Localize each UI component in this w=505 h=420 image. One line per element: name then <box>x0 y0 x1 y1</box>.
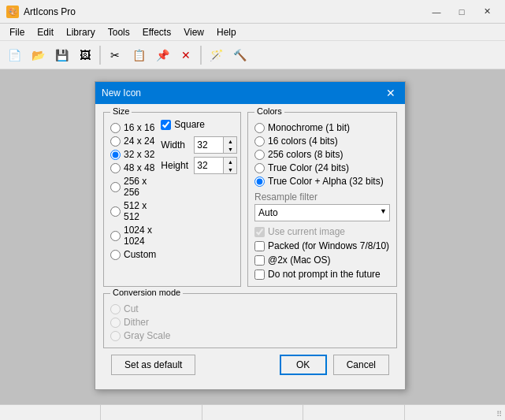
dialog-title: New Icon <box>102 87 383 98</box>
menu-edit[interactable]: Edit <box>31 25 60 39</box>
color-256-radio[interactable] <box>254 150 265 160</box>
status-segment-1 <box>0 405 101 420</box>
width-input[interactable]: 32 <box>195 137 223 153</box>
size-48-radio[interactable] <box>110 163 121 173</box>
size-24-label[interactable]: 24 x 24 <box>124 136 154 147</box>
height-input[interactable]: 32 <box>195 158 223 173</box>
size-32-label[interactable]: 32 x 32 <box>124 149 154 160</box>
height-spin-buttons: ▲ ▼ <box>223 158 236 173</box>
status-segment-4 <box>303 405 404 420</box>
size-custom-label[interactable]: Custom <box>124 249 156 260</box>
no-prompt-label[interactable]: Do not prompt in the future <box>268 269 381 280</box>
color-mono: Monochrome (1 bit) <box>254 122 390 133</box>
size-32-radio[interactable] <box>110 150 121 160</box>
use-current-image-checkbox[interactable] <box>254 227 265 237</box>
toolbar-new[interactable]: 📄 <box>3 44 25 66</box>
cancel-button[interactable]: Cancel <box>333 355 389 375</box>
square-checkbox[interactable] <box>161 120 171 130</box>
menu-library[interactable]: Library <box>60 25 102 39</box>
size-256-label[interactable]: 256 x 256 <box>124 176 156 198</box>
color-true-label[interactable]: True Color (24 bits) <box>268 162 349 173</box>
color-mono-radio[interactable] <box>254 123 265 133</box>
toolbar-tool2[interactable]: 🔨 <box>228 44 251 66</box>
height-down-button[interactable]: ▼ <box>224 165 236 173</box>
size-custom-radio[interactable] <box>110 250 121 260</box>
new-icon-dialog: New Icon ✕ Size 16 x 16 <box>95 81 406 390</box>
conversion-radio-group: Cut Dither Gray Scale <box>110 303 390 341</box>
conversion-dither-radio[interactable] <box>110 318 121 328</box>
height-up-button[interactable]: ▲ <box>224 158 236 165</box>
ok-button[interactable]: OK <box>280 355 327 375</box>
resample-select-wrapper: Auto Bilinear Bicubic Nearest ▼ <box>254 204 390 221</box>
size-24-radio[interactable] <box>110 136 121 147</box>
color-16: 16 colors (4 bits) <box>254 136 390 147</box>
conversion-grayscale: Gray Scale <box>110 330 390 341</box>
conversion-grayscale-radio[interactable] <box>110 331 121 341</box>
color-true-radio[interactable] <box>254 163 265 173</box>
size-48: 48 x 48 <box>110 162 156 173</box>
retina-checkbox[interactable] <box>254 255 265 266</box>
width-up-button[interactable]: ▲ <box>224 137 236 145</box>
conversion-dither-label: Dither <box>124 317 149 328</box>
size-16-label[interactable]: 16 x 16 <box>124 122 154 133</box>
toolbar-separator-2 <box>200 46 202 65</box>
toolbar-cut[interactable]: ✂ <box>104 44 126 66</box>
packed-row: Packed (for Windows 7/8/10) <box>254 240 390 251</box>
resample-select[interactable]: Auto Bilinear Bicubic Nearest <box>254 204 390 221</box>
size-256-radio[interactable] <box>110 182 121 192</box>
menu-tools[interactable]: Tools <box>102 25 136 39</box>
color-256: 256 colors (8 bits) <box>254 149 390 160</box>
resize-corner[interactable]: ⠿ <box>492 407 505 420</box>
dialog-close-button[interactable]: ✕ <box>383 86 399 100</box>
retina-label[interactable]: @2x (Mac OS) <box>268 255 331 266</box>
height-spin: 32 ▲ ▼ <box>194 157 237 174</box>
title-bar: 🎨 ArtIcons Pro — □ ✕ <box>0 0 505 24</box>
size-16-radio[interactable] <box>110 123 121 133</box>
set-default-button[interactable]: Set as default <box>111 355 195 375</box>
size-legend: Size <box>110 106 132 116</box>
app-title: ArtIcons Pro <box>24 6 425 17</box>
size-16: 16 x 16 <box>110 122 156 133</box>
width-down-button[interactable]: ▼ <box>224 145 236 153</box>
toolbar-paste[interactable]: 📌 <box>151 44 173 66</box>
app-close-button[interactable]: ✕ <box>475 4 499 20</box>
menu-effects[interactable]: Effects <box>136 25 177 39</box>
size-1024-radio[interactable] <box>110 231 121 241</box>
conversion-grayscale-label: Gray Scale <box>124 330 170 341</box>
toolbar-tool1[interactable]: 🪄 <box>205 44 227 66</box>
color-16-label[interactable]: 16 colors (4 bits) <box>268 136 338 147</box>
packed-label[interactable]: Packed (for Windows 7/8/10) <box>268 240 389 251</box>
color-true-alpha-radio[interactable] <box>254 177 265 187</box>
size-group: Size 16 x 16 24 x 24 <box>103 112 241 287</box>
size-32: 32 x 32 <box>110 149 156 160</box>
color-mono-label[interactable]: Monochrome (1 bit) <box>268 122 350 133</box>
colors-group: Colors Monochrome (1 bit) 16 colors (4 b… <box>247 112 397 287</box>
packed-checkbox[interactable] <box>254 241 265 251</box>
color-true-alpha: True Color + Alpha (32 bits) <box>254 176 390 187</box>
size-48-label[interactable]: 48 x 48 <box>124 162 154 173</box>
no-prompt-checkbox[interactable] <box>254 269 265 280</box>
menu-view[interactable]: View <box>177 25 210 39</box>
status-segment-2 <box>101 405 202 420</box>
width-spin: 32 ▲ ▼ <box>194 136 237 154</box>
size-1024: 1024 x 1024 <box>110 225 156 247</box>
color-256-label[interactable]: 256 colors (8 bits) <box>268 149 343 160</box>
toolbar-delete[interactable]: ✕ <box>175 44 197 66</box>
square-label[interactable]: Square <box>174 119 205 130</box>
conversion-cut-label: Cut <box>124 303 139 314</box>
color-16-radio[interactable] <box>254 136 265 147</box>
menu-file[interactable]: File <box>3 25 31 39</box>
menu-help[interactable]: Help <box>210 25 243 39</box>
maximize-button[interactable]: □ <box>450 4 473 20</box>
minimize-button[interactable]: — <box>425 4 448 20</box>
toolbar-save[interactable]: 💾 <box>50 44 72 66</box>
toolbar-copy[interactable]: 📋 <box>128 44 150 66</box>
color-true-alpha-label[interactable]: True Color + Alpha (32 bits) <box>268 176 384 187</box>
size-512-label[interactable]: 512 x 512 <box>124 200 156 222</box>
toolbar-browse[interactable]: 🖼 <box>74 44 96 66</box>
size-512-radio[interactable] <box>110 206 121 217</box>
conversion-legend: Conversion mode <box>110 288 183 297</box>
size-1024-label[interactable]: 1024 x 1024 <box>124 225 156 247</box>
conversion-cut-radio[interactable] <box>110 304 121 314</box>
toolbar-open[interactable]: 📂 <box>27 44 49 66</box>
